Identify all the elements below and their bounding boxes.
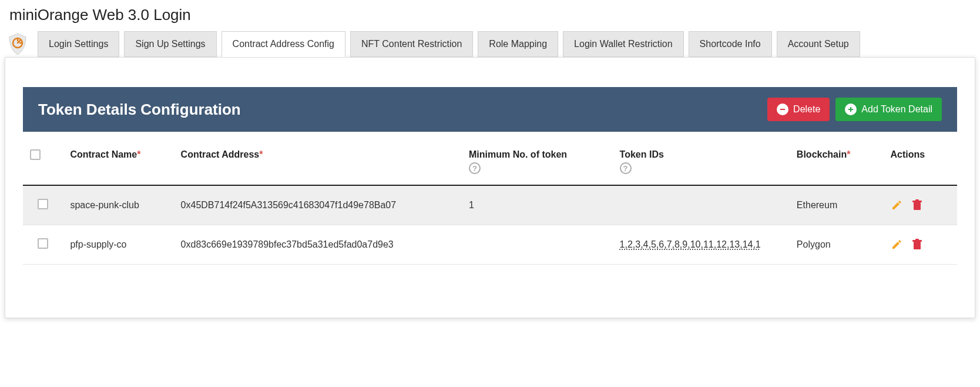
label-contract-address: Contract Address xyxy=(181,149,260,159)
row-actions xyxy=(891,199,950,211)
col-header-actions: Actions xyxy=(884,139,957,185)
cell-blockchain: Polygon xyxy=(790,225,884,265)
svg-rect-9 xyxy=(915,239,919,241)
add-button-label: Add Token Detail xyxy=(861,104,932,115)
tab-login-wallet-restriction[interactable]: Login Wallet Restriction xyxy=(563,31,683,57)
label-token-ids: Token IDs xyxy=(620,149,664,159)
col-header-contract-address: Contract Address* xyxy=(174,139,462,185)
trash-icon[interactable] xyxy=(912,199,922,211)
section-header: Token Details Configuration Delete Add T… xyxy=(23,87,957,132)
svg-rect-4 xyxy=(914,202,921,210)
row-checkbox[interactable] xyxy=(38,238,48,249)
cell-contract-address: 0x45DB714f24f5A313569c41683047f1d49e78Ba… xyxy=(174,185,462,225)
col-header-blockchain: Blockchain* xyxy=(790,139,884,185)
required-asterisk: * xyxy=(847,149,850,159)
table-row: pfp-supply-co 0xd83c669e1939789bfec37bd5… xyxy=(23,225,957,265)
tab-account-setup[interactable]: Account Setup xyxy=(777,31,860,57)
col-header-checkbox xyxy=(23,139,63,185)
table-row: space-punk-club 0x45DB714f24f5A313569c41… xyxy=(23,185,957,225)
tab-sign-up-settings[interactable]: Sign Up Settings xyxy=(124,31,216,57)
edit-icon[interactable] xyxy=(891,199,902,211)
col-header-token-ids: Token IDs ? xyxy=(613,139,790,185)
svg-rect-6 xyxy=(915,199,919,201)
cell-min-tokens: 1 xyxy=(462,185,613,225)
main-panel: Token Details Configuration Delete Add T… xyxy=(5,57,975,318)
required-asterisk: * xyxy=(137,149,140,159)
svg-rect-3 xyxy=(848,109,853,110)
header-buttons: Delete Add Token Detail xyxy=(767,98,942,121)
help-icon[interactable]: ? xyxy=(469,162,481,174)
cell-min-tokens xyxy=(462,225,613,265)
row-actions xyxy=(891,239,950,251)
row-checkbox[interactable] xyxy=(38,199,48,209)
tabs-row: Login Settings Sign Up Settings Contract… xyxy=(0,31,980,57)
brand-logo xyxy=(5,31,31,57)
add-token-detail-button[interactable]: Add Token Detail xyxy=(835,98,942,121)
col-header-min-tokens: Minimum No. of token ? xyxy=(462,139,613,185)
section-title: Token Details Configuration xyxy=(38,101,241,119)
tab-role-mapping[interactable]: Role Mapping xyxy=(478,31,558,57)
cell-token-ids: 1,2,3,4,5,6,7,8,9,10,11,12,13,14,1 xyxy=(613,225,790,265)
tab-nft-content-restriction[interactable]: NFT Content Restriction xyxy=(350,31,473,57)
cell-contract-name: pfp-supply-co xyxy=(63,225,173,265)
plus-circle-icon xyxy=(845,104,857,115)
select-all-checkbox[interactable] xyxy=(30,149,41,160)
tab-contract-address-config[interactable]: Contract Address Config xyxy=(221,31,345,57)
col-header-contract-name: Contract Name* xyxy=(63,139,173,185)
label-blockchain: Blockchain xyxy=(797,149,847,159)
delete-button[interactable]: Delete xyxy=(767,98,830,121)
required-asterisk: * xyxy=(259,149,263,159)
svg-rect-1 xyxy=(780,109,785,110)
label-min-tokens: Minimum No. of token xyxy=(469,149,567,159)
token-ids-value: 1,2,3,4,5,6,7,8,9,10,11,12,13,14,1 xyxy=(620,239,761,249)
cell-contract-name: space-punk-club xyxy=(63,185,173,225)
cell-contract-address: 0xd83c669e1939789bfec37bd5a31ed5fad0a7d9… xyxy=(174,225,462,265)
help-icon[interactable]: ? xyxy=(620,162,632,174)
cell-blockchain: Ethereum xyxy=(790,185,884,225)
tab-shortcode-info[interactable]: Shortcode Info xyxy=(689,31,772,57)
edit-icon[interactable] xyxy=(891,239,902,251)
label-contract-name: Contract Name xyxy=(70,149,137,159)
minus-circle-icon xyxy=(777,104,788,115)
shield-icon xyxy=(6,32,29,56)
trash-icon[interactable] xyxy=(912,239,922,251)
label-actions: Actions xyxy=(891,149,925,159)
token-table: Contract Name* Contract Address* Minimum… xyxy=(23,139,957,265)
page-title: miniOrange Web 3.0 Login xyxy=(0,0,980,31)
tab-login-settings[interactable]: Login Settings xyxy=(38,31,119,57)
cell-token-ids xyxy=(613,185,790,225)
svg-rect-7 xyxy=(914,242,921,249)
delete-button-label: Delete xyxy=(793,104,820,115)
